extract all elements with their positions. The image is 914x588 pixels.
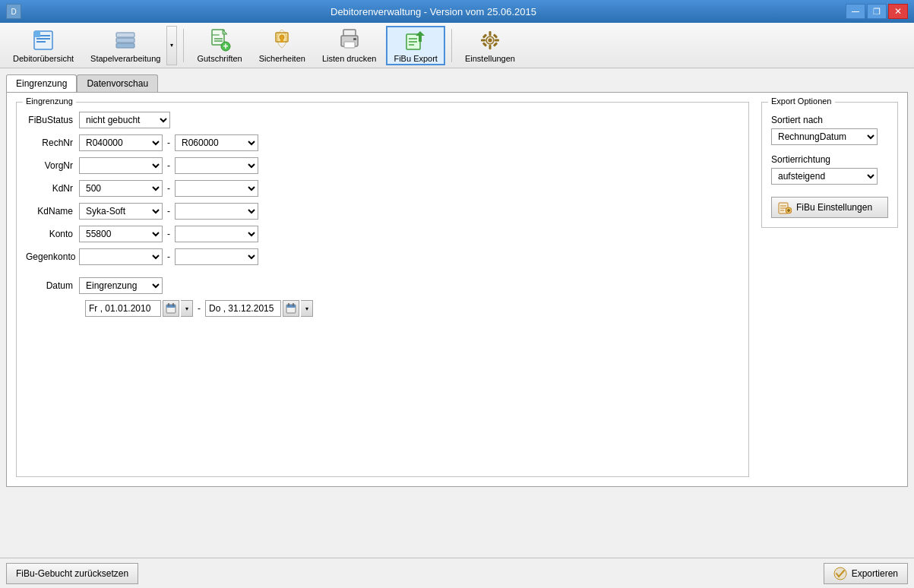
rech-nr-to-select[interactable]: R060000 <box>175 134 258 151</box>
svg-rect-19 <box>344 42 355 48</box>
rech-nr-separator: - <box>166 138 172 148</box>
kd-name-from-select[interactable]: Syka-Soft <box>79 203 163 220</box>
datum-row: Datum Eingrenzung Belegdatum Buchungsdat… <box>26 277 739 294</box>
from-date-dropdown[interactable]: ▾ <box>181 300 193 317</box>
fibu-settings-button[interactable]: FiBu Einstellungen <box>771 197 888 218</box>
to-date-cal-btn[interactable] <box>283 300 299 317</box>
eingrenzung-section: Eingrenzung FiBuStatus nicht gebucht geb… <box>16 102 749 477</box>
sort-by-label: Sortiert nach <box>771 115 888 125</box>
konto-label: Konto <box>26 229 79 239</box>
svg-point-26 <box>488 38 492 42</box>
gutschriften-label: Gutschriften <box>197 54 242 63</box>
svg-rect-28 <box>489 45 491 49</box>
konto-controls: 55800 - <box>79 226 258 242</box>
debitor-overview-button[interactable]: Debitorübersicht <box>6 26 81 65</box>
kd-nr-row: KdNr 500 - <box>26 180 739 197</box>
svg-rect-34 <box>493 33 498 38</box>
debitor-overview-label: Debitorübersicht <box>13 54 74 63</box>
listen-drucken-button[interactable]: Listen drucken <box>315 26 384 65</box>
sicherheiten-label: Sicherheiten <box>259 54 305 63</box>
window-controls: ─ ❐ ✕ <box>846 4 908 19</box>
from-date-cal-btn[interactable] <box>163 300 179 317</box>
kd-name-to-select[interactable] <box>175 203 258 220</box>
to-date-wrap: Do , 31.12.2015 ▾ <box>205 300 313 317</box>
to-date-dropdown[interactable]: ▾ <box>301 300 313 317</box>
vorg-nr-from-select[interactable] <box>79 157 163 174</box>
konto-row: Konto 55800 - <box>26 226 739 242</box>
export-checkmark-icon <box>833 567 847 580</box>
konto-from-select[interactable]: 55800 <box>79 226 163 242</box>
export-box: Export Optionen Sortiert nach RechnungDa… <box>761 102 898 228</box>
datum-type-controls: Eingrenzung Belegdatum Buchungsdatum <box>79 277 163 294</box>
svg-rect-16 <box>280 39 283 43</box>
gegenkonto-controls: - <box>79 248 258 265</box>
stack-icon <box>113 28 138 52</box>
gutschriften-button[interactable]: + Gutschriften <box>190 26 248 65</box>
gegenkonto-to-select[interactable] <box>175 248 258 265</box>
gegenkonto-from-select[interactable] <box>79 248 163 265</box>
stapel-dropdown-arrow[interactable]: ▾ <box>166 26 177 65</box>
print-icon <box>337 28 362 52</box>
date-inputs-row: Fr , 01.01.2010 ▾ - Do , 31.12.2015 ▾ <box>85 300 739 317</box>
tab-datenvorschau[interactable]: Datenvorschau <box>77 74 158 92</box>
to-date-input[interactable]: Do , 31.12.2015 <box>205 300 281 317</box>
eingrenzung-title: Eingrenzung <box>23 96 76 106</box>
svg-rect-7 <box>116 43 134 48</box>
sort-direction-select[interactable]: aufsteigend absteigend <box>771 168 878 185</box>
tab-bar: Eingrenzung Datenvorschau <box>6 74 908 92</box>
konto-to-select[interactable] <box>175 226 258 242</box>
sort-by-select[interactable]: RechnungDatum KdNr RechNr <box>771 128 878 145</box>
fibu-export-button[interactable]: FiBu Export <box>386 26 444 65</box>
einstellungen-button[interactable]: Einstellungen <box>458 26 522 65</box>
rech-nr-from-select[interactable]: R040000 <box>79 134 163 151</box>
main-content: Eingrenzung Datenvorschau Eingrenzung Fi… <box>0 68 914 558</box>
stapel-label: Stapelverarbeitung <box>90 54 160 63</box>
svg-rect-2 <box>36 38 50 40</box>
svg-text:+: + <box>223 41 229 52</box>
vorg-nr-controls: - <box>79 157 258 174</box>
from-date-wrap: Fr , 01.01.2010 ▾ <box>85 300 193 317</box>
fibu-status-label: FiBuStatus <box>26 115 79 125</box>
vorg-nr-row: VorgNr - <box>26 157 739 174</box>
kd-nr-separator: - <box>166 183 172 194</box>
kd-name-controls: Syka-Soft - <box>79 203 258 220</box>
datum-type-select[interactable]: Eingrenzung Belegdatum Buchungsdatum <box>79 277 163 294</box>
vorg-nr-to-select[interactable] <box>175 157 258 174</box>
svg-rect-5 <box>116 33 134 37</box>
kd-name-separator: - <box>166 206 172 217</box>
kd-name-label: KdName <box>26 206 79 217</box>
sort-direction-label: Sortierrichtung <box>771 154 888 165</box>
stapel-button-group: Stapelverarbeitung ▾ <box>84 26 177 65</box>
bottom-bar: FiBu-Gebucht zurücksetzen Exportieren <box>0 558 914 588</box>
date-range-separator: - <box>196 303 202 314</box>
settings-icon <box>478 28 502 52</box>
fibu-status-select[interactable]: nicht gebucht gebucht alle <box>79 112 170 128</box>
fibu-status-row: FiBuStatus nicht gebucht gebucht alle <box>26 112 739 128</box>
svg-rect-32 <box>493 42 498 46</box>
title-bar: D Debitorenverwaltung - Version vom 25.0… <box>0 0 914 23</box>
gegenkonto-label: Gegenkonto <box>26 251 79 262</box>
sicherheiten-button[interactable]: Sicherheiten <box>252 26 312 65</box>
kd-nr-to-select[interactable] <box>175 180 258 197</box>
close-button[interactable]: ✕ <box>888 4 908 19</box>
restore-button[interactable]: ❐ <box>867 4 887 19</box>
listen-drucken-label: Listen drucken <box>322 54 377 63</box>
svg-rect-6 <box>116 38 134 43</box>
separator-1 <box>183 29 184 62</box>
kd-nr-controls: 500 - <box>79 180 258 197</box>
einstellungen-label: Einstellungen <box>465 54 515 63</box>
fibu-gebucht-reset-button[interactable]: FiBu-Gebucht zurücksetzen <box>6 563 138 584</box>
content-panel: Eingrenzung FiBuStatus nicht gebucht geb… <box>6 92 908 487</box>
from-date-input[interactable]: Fr , 01.01.2010 <box>85 300 161 317</box>
window-title: Debitorenverwaltung - Version vom 25.06.… <box>21 6 846 17</box>
svg-rect-33 <box>482 42 487 46</box>
shield-icon <box>270 28 294 52</box>
kd-nr-from-select[interactable]: 500 <box>79 180 163 197</box>
vorg-nr-label: VorgNr <box>26 160 79 171</box>
stapel-verarbeitung-button[interactable]: Stapelverarbeitung <box>84 26 166 65</box>
exportieren-button[interactable]: Exportieren <box>824 563 908 584</box>
vorg-nr-separator: - <box>166 160 172 171</box>
kd-name-row: KdName Syka-Soft - <box>26 203 739 220</box>
minimize-button[interactable]: ─ <box>846 4 865 19</box>
tab-eingrenzung[interactable]: Eingrenzung <box>6 74 77 92</box>
